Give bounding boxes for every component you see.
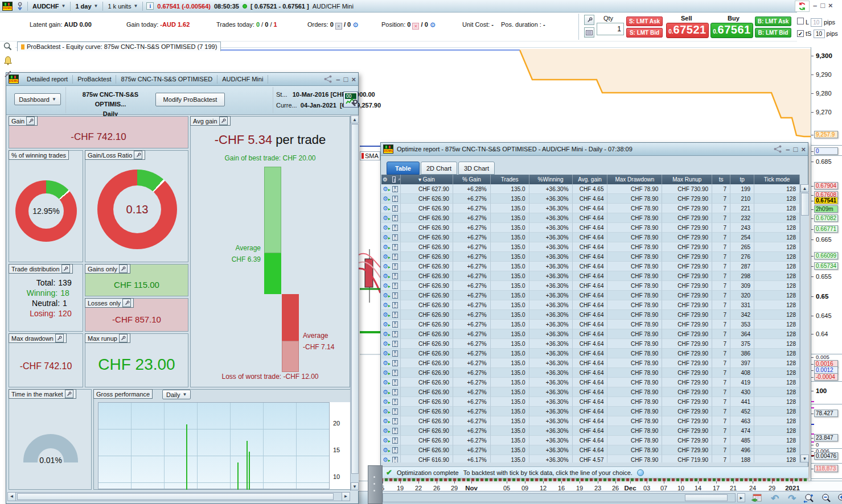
run-backtest-gears-icon[interactable]: ⚙▸ [383,370,388,376]
close-button[interactable]: × [801,145,806,154]
result-row[interactable]: ⚙▸CHF 626.90+6.27%135.0+36.30%CHF 4.64CH… [381,387,800,397]
run-backtest-gears-icon[interactable]: ⚙▸ [383,312,388,318]
run-backtest-gears-icon[interactable]: ⚙▸ [383,244,388,250]
save-result-icon[interactable] [392,196,398,202]
save-result-icon[interactable] [392,360,398,366]
column-header--winning[interactable]: %Winning [529,175,573,184]
units-selector[interactable]: 1 k units▼ [106,3,139,10]
trailing-stop-checkbox[interactable]: ✓ [797,30,804,37]
save-result-icon[interactable] [392,418,398,424]
result-row[interactable]: ⚙▸CHF 626.90+6.27%135.0+36.30%CHF 4.64CH… [381,339,800,349]
run-backtest-gears-icon[interactable]: ⚙▸ [383,225,388,231]
run-backtest-gears-icon[interactable]: ⚙▸ [383,389,388,395]
run-backtest-gears-icon[interactable]: ⚙▸ [383,437,388,444]
scroll-right-button[interactable]: ► [737,493,745,502]
scrollbar-thumb[interactable] [17,493,334,500]
maximize-button[interactable]: □ [344,75,348,84]
save-result-icon[interactable] [392,350,398,357]
column-header-ts[interactable]: ts [712,175,730,184]
result-row[interactable]: ⚙▸CHF 626.90+6.27%135.0+36.30%CHF 4.64CH… [381,358,800,368]
scrollbar-thumb[interactable] [685,494,728,501]
share-icon[interactable] [323,75,332,83]
buy-lmt-ask-button[interactable]: B: LMT Ask [755,16,791,26]
result-row[interactable]: ⚙▸CHF 626.90+6.27%135.0+36.30%CHF 4.64CH… [381,233,800,242]
column-header-trades[interactable]: Trades [491,175,529,184]
save-result-icon[interactable] [392,321,398,328]
report-vertical-scrollbar[interactable]: ▲ ▼ [350,115,359,491]
scroll-down-button[interactable]: ▼ [351,482,359,490]
instrument-selector[interactable]: AUDCHF▼ [31,3,67,10]
zoom-out-icon[interactable] [819,493,833,504]
run-backtest-gears-icon[interactable]: ⚙▸ [383,331,388,337]
column-header-max-drawdown[interactable]: Max Drawdown [607,175,662,184]
price-axis[interactable]: 9,3009,2909,2809,2709,257.900.6850.67904… [811,47,842,481]
result-row[interactable]: ⚙▸CHF 626.90+6.27%135.0+36.30%CHF 4.64CH… [381,223,800,233]
zoom-fit-icon[interactable] [802,493,816,504]
avg-gain-settings-wrench-icon[interactable] [219,117,228,125]
result-row[interactable]: ⚙▸CHF 626.90+6.27%135.0+36.30%CHF 4.64CH… [381,378,800,387]
panel-splitter-handle[interactable] [368,465,383,504]
results-table-header[interactable]: ⚙ ▾ Gain% GainTrades%WinningAvg. gainMax… [381,175,800,184]
save-result-icon[interactable] [392,215,398,221]
result-row[interactable]: ⚙▸CHF 626.90+6.27%135.0+36.30%CHF 4.64CH… [381,416,800,426]
export-save-icon[interactable] [392,176,396,183]
run-backtest-gears-icon[interactable]: ⚙▸ [383,215,388,221]
close-button[interactable]: × [351,75,356,84]
titlebar-tab-875w-cnc-tn-s-s-optimised[interactable]: 875w CNC-TN-S&S OPTIMISED [116,75,217,84]
titlebar-tab-detailed-report[interactable]: Detailed report [22,75,73,84]
save-result-icon[interactable] [392,205,398,212]
chart-horizontal-scrollbar[interactable] [383,493,736,502]
zoom-tool-icon[interactable] [1,40,15,52]
column-header-max-runup[interactable]: Max Runup [662,175,712,184]
run-backtest-gears-icon[interactable]: ⚙▸ [383,292,388,299]
scroll-down-button[interactable]: ▼ [800,455,809,462]
limit-pips-input[interactable]: 10 [811,18,822,27]
limit-checkbox[interactable] [797,18,804,24]
workspace-pin-icon[interactable] [16,2,24,11]
result-row[interactable]: ⚙▸CHF 626.90+6.27%135.0+36.30%CHF 4.64CH… [381,445,800,455]
minimize-button[interactable]: – [786,145,790,154]
distribution-settings-wrench-icon[interactable] [61,265,70,273]
close-position-icon[interactable]: × [412,23,419,30]
run-backtest-gears-icon[interactable]: ⚙▸ [383,457,388,463]
result-row[interactable]: ⚙▸CHF 626.90+6.27%135.0+36.30%CHF 4.64CH… [381,320,800,329]
tab-2d-chart[interactable]: 2D Chart [421,162,457,175]
refresh-icon[interactable] [795,1,810,12]
pencil-tool-icon[interactable] [1,68,15,80]
run-backtest-gears-icon[interactable]: ⚙▸ [383,234,388,241]
run-backtest-gears-icon[interactable]: ⚙▸ [383,341,388,347]
trailing-stop-pips-input[interactable]: 10 [814,30,825,38]
save-result-icon[interactable] [392,186,398,192]
result-row[interactable]: ⚙▸CHF 626.90+6.27%135.0+36.30%CHF 4.64CH… [381,436,800,445]
buy-market-button[interactable]: 0.67561 [710,23,753,38]
column-header-tp[interactable]: tp [730,175,754,184]
alerts-bell-icon[interactable] [1,53,15,67]
save-result-icon[interactable] [392,331,398,337]
cancel-orders-icon[interactable]: × [335,23,342,30]
scrollbar-thumb[interactable] [351,124,359,474]
run-backtest-gears-icon[interactable]: ⚙▸ [383,254,388,260]
gain-settings-wrench-icon[interactable] [26,117,35,125]
runup-settings-wrench-icon[interactable] [119,334,128,342]
qty-input[interactable] [597,23,624,35]
result-row[interactable]: ⚙▸CHF 626.90+6.27%135.0+36.30%CHF 4.64CH… [381,252,800,262]
losses-settings-wrench-icon[interactable] [122,299,131,307]
run-backtest-gears-icon[interactable]: ⚙▸ [383,447,388,453]
run-backtest-gears-icon[interactable]: ⚙▸ [383,350,388,357]
save-result-icon[interactable] [392,302,398,308]
save-result-icon[interactable] [392,292,398,299]
result-row[interactable]: ⚙▸CHF 626.90+6.27%135.0+36.30%CHF 4.64CH… [381,329,800,339]
save-result-icon[interactable] [392,244,398,250]
run-backtest-gears-icon[interactable]: ⚙▸ [383,360,388,366]
minimize-button[interactable]: – [813,1,817,10]
redo-icon[interactable]: ↷ [785,493,799,504]
table-vertical-scrollbar[interactable]: ▲ ▼ [800,184,809,462]
save-result-icon[interactable] [392,437,398,444]
share-icon[interactable] [773,145,782,153]
orders-settings-icon[interactable]: ⚙ [352,21,359,29]
position-settings-icon[interactable]: ⚙ [430,21,436,29]
save-result-icon[interactable] [392,234,398,241]
save-result-icon[interactable] [392,379,398,386]
result-row[interactable]: ⚙▸CHF 626.90+6.27%135.0+36.30%CHF 4.64CH… [381,271,800,281]
timeframe-selector[interactable]: 1 day▼ [74,3,99,10]
